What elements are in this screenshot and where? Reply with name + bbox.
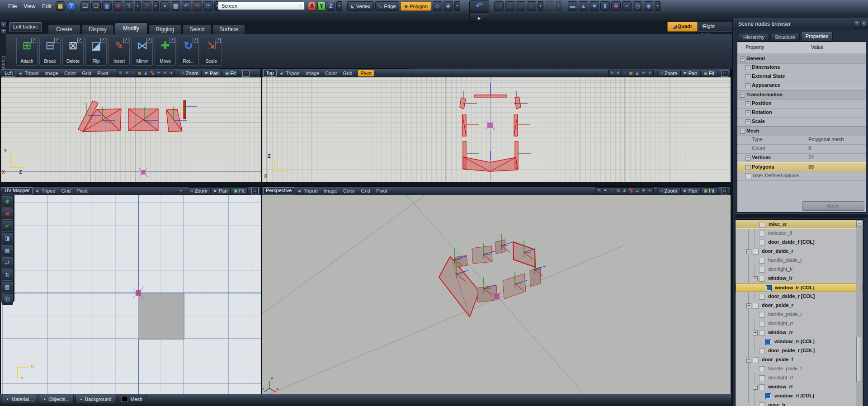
menu-image[interactable]: Image xyxy=(44,71,58,76)
mirror-button[interactable]: ↗⋈Mirror xyxy=(132,37,153,66)
collapse-box[interactable]: − xyxy=(753,330,758,335)
node-checkbox[interactable] xyxy=(753,303,759,309)
menu-image[interactable]: Image xyxy=(323,188,337,194)
material-panel-tab[interactable]: ▲Material... xyxy=(2,395,37,403)
property-row-user-defined[interactable]: User-Defined options xyxy=(737,171,866,181)
light-toggle-icon[interactable]: ☀ xyxy=(162,71,168,76)
viewport-perspective-name-button[interactable]: Perspective xyxy=(263,187,294,194)
snap-disabled-dropdown-icon[interactable]: ▼ xyxy=(556,1,561,11)
property-row-polygons[interactable]: +Polygons88 xyxy=(737,162,866,172)
tab-hierarchy[interactable]: Hierarchy xyxy=(739,33,769,42)
menu-view[interactable]: View xyxy=(21,2,38,10)
node-checkbox-checked[interactable] xyxy=(765,393,771,399)
property-row-vertices[interactable]: +Vertices72 xyxy=(737,153,866,163)
property-row-scale[interactable]: +Scale xyxy=(737,117,866,127)
rotate-button[interactable]: ↗↻Rot... xyxy=(178,37,199,66)
expand-box[interactable]: + xyxy=(745,165,750,170)
expand-box[interactable]: + xyxy=(745,83,750,88)
axis-dropdown-icon[interactable]: ▼ xyxy=(336,1,342,11)
tree-row[interactable]: doorlight_rr xyxy=(736,319,863,328)
tree-row[interactable]: misc_w xyxy=(736,220,863,229)
save-icon[interactable]: ▣ xyxy=(102,1,112,11)
node-checkbox-checked[interactable] xyxy=(766,285,772,291)
tab-display[interactable]: Display xyxy=(81,25,114,34)
menu-pivot[interactable]: Pivot xyxy=(76,188,87,194)
pencil-icon[interactable]: ✎ xyxy=(609,71,615,76)
expand-box[interactable]: + xyxy=(745,156,750,161)
column-property[interactable]: Property xyxy=(745,42,764,52)
snap-dropdown-icon[interactable]: ▼ xyxy=(538,1,543,11)
cube-primitive-icon[interactable]: ■ xyxy=(590,1,599,11)
collapse-box[interactable]: − xyxy=(740,129,745,134)
tree-row[interactable]: window_rf [COL] xyxy=(736,392,863,401)
back-arrow-icon[interactable]: ◀ xyxy=(19,71,21,76)
tree-row[interactable]: handle_dside_r xyxy=(736,256,863,265)
uv-clear-icon[interactable]: ✖ xyxy=(2,208,13,220)
break-button[interactable]: ↗⊟Break xyxy=(39,37,61,66)
uv-align-vertical-icon[interactable]: ⇅ xyxy=(2,269,13,281)
tree-row[interactable]: door_dside_r [COL] xyxy=(736,292,863,301)
display-dropdown-icon[interactable]: ▼ xyxy=(168,71,174,76)
texture-icon[interactable]: ▩ xyxy=(171,1,180,11)
property-row-general[interactable]: −General xyxy=(737,54,866,64)
torus-primitive-icon[interactable]: ◎ xyxy=(633,1,642,11)
tree-row[interactable]: −door_pside_f xyxy=(736,355,863,364)
snap-facet-icon[interactable]: ∩ xyxy=(527,1,536,11)
tab-properties[interactable]: Properties xyxy=(801,32,833,42)
node-checkbox[interactable] xyxy=(759,258,765,264)
node-checkbox[interactable] xyxy=(759,366,765,372)
pan-button[interactable]: ☛Pan xyxy=(680,70,701,77)
collapse-box[interactable]: − xyxy=(746,249,751,254)
axis-y-button[interactable]: Y xyxy=(317,2,326,11)
tree-row[interactable]: −door_pside_r xyxy=(736,301,863,310)
command-close-icon[interactable]: ✕ xyxy=(0,22,6,28)
property-row-transformation[interactable]: −Transformation xyxy=(737,90,866,100)
viewport-top-name-button[interactable]: Top xyxy=(263,70,277,77)
quad-draw-button[interactable]: ◢Quadr xyxy=(667,22,698,32)
node-checkbox[interactable] xyxy=(759,294,765,300)
tree-row-selected[interactable]: window_lr [COL] xyxy=(736,283,863,292)
palette-icon[interactable]: ▤ xyxy=(628,71,634,76)
tree-row[interactable]: doorlight_lr xyxy=(736,265,863,274)
node-checkbox[interactable] xyxy=(759,276,765,282)
tree-row[interactable]: misc_b xyxy=(736,401,863,406)
cluster-mode-icon[interactable]: ◈ xyxy=(443,1,453,11)
menu-tripod[interactable]: Tripod xyxy=(286,71,300,76)
tree-row[interactable]: door_dside_f [COL] xyxy=(736,238,863,247)
zoom-button[interactable]: ○Zoom xyxy=(657,187,680,194)
expand-box[interactable]: + xyxy=(745,119,750,124)
pan-button[interactable]: ☛Pan xyxy=(211,187,231,194)
property-row-type[interactable]: TypePolygonal mesh xyxy=(737,135,866,145)
menu-tripod[interactable]: Tripod xyxy=(25,71,39,76)
maximize-viewport-icon[interactable]: □ xyxy=(251,188,259,194)
tab-structure[interactable]: Structure xyxy=(770,33,800,42)
eraser-icon[interactable]: ▭ xyxy=(641,71,646,76)
close-icon[interactable]: ✕ xyxy=(860,21,867,28)
vertex-mode-button[interactable]: ◣ Vertex xyxy=(347,1,374,11)
collapse-box[interactable]: − xyxy=(753,385,758,390)
tree-row[interactable]: handle_pside_f xyxy=(736,364,863,373)
snap-disabled-icon[interactable]: ∩ xyxy=(545,1,554,11)
node-checkbox[interactable] xyxy=(759,384,765,390)
panel-splitter[interactable] xyxy=(735,213,867,218)
uv-validate-icon[interactable]: ✔ xyxy=(2,221,13,232)
maximize-viewport-icon[interactable]: □ xyxy=(721,188,728,194)
collapse-box[interactable]: − xyxy=(753,276,758,281)
node-checkbox[interactable] xyxy=(759,348,765,354)
redo-icon[interactable]: ↷ xyxy=(193,1,202,11)
collapse-box[interactable]: − xyxy=(746,303,751,308)
import-dropdown-icon[interactable]: ▼ xyxy=(135,1,141,11)
pan-button[interactable]: ☛Pan xyxy=(680,187,701,194)
scroll-up-icon[interactable]: ▲ xyxy=(856,221,862,227)
collapse-box[interactable]: − xyxy=(740,57,745,61)
snap-grid-icon[interactable]: ∩ xyxy=(494,1,504,11)
zoom-button[interactable]: ○Zoom xyxy=(657,70,680,77)
menu-color[interactable]: Color xyxy=(325,71,337,76)
back-arrow-icon[interactable]: ◀ xyxy=(297,189,300,193)
node-checkbox[interactable] xyxy=(759,402,765,406)
brush-icon[interactable]: ✐ xyxy=(124,71,130,76)
fit-button[interactable]: ▣Fit xyxy=(222,70,239,77)
viewport-uv-name-button[interactable]: UV Mapper xyxy=(2,187,33,194)
import-icon[interactable]: ↰ xyxy=(124,1,133,11)
menu-tripod[interactable]: Tripod xyxy=(304,188,318,194)
